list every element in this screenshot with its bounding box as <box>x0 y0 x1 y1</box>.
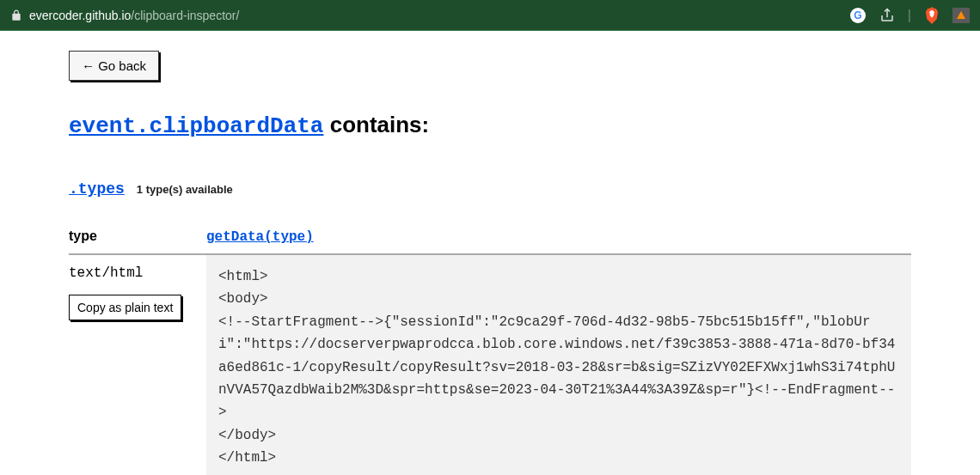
warning-triangle-icon[interactable] <box>952 7 970 24</box>
getdata-link[interactable]: getData(type) <box>206 229 314 245</box>
types-count: 1 type(s) available <box>137 183 233 196</box>
types-section: .types 1 type(s) available <box>69 180 911 198</box>
header-getdata: getData(type) <box>206 228 911 245</box>
brave-icon[interactable] <box>923 7 940 24</box>
url-text[interactable]: evercoder.github.io/clipboard-inspector/ <box>29 9 239 22</box>
google-extension-icon[interactable]: G <box>849 7 867 24</box>
page-heading: event.clipboardData contains: <box>69 112 911 139</box>
clipboard-table: type getData(type) text/html Copy as pla… <box>69 228 911 475</box>
clipboard-data-link[interactable]: event.clipboardData <box>69 113 323 139</box>
lock-icon <box>10 9 22 21</box>
table-row: text/html Copy as plain text <html> <bod… <box>69 255 911 475</box>
cell-type: text/html Copy as plain text <box>69 255 206 475</box>
share-icon[interactable] <box>879 7 896 24</box>
go-back-button[interactable]: ← Go back <box>69 51 159 81</box>
table-header-row: type getData(type) <box>69 228 911 255</box>
copy-plain-text-button[interactable]: Copy as plain text <box>69 295 181 320</box>
header-type: type <box>69 228 206 245</box>
heading-suffix: contains: <box>323 112 429 137</box>
types-link[interactable]: .types <box>69 180 125 198</box>
browser-toolbar-right: G | <box>849 7 970 24</box>
clipboard-data-content: <html> <body> <!--StartFragment-->{"sess… <box>206 255 911 475</box>
toolbar-divider: | <box>908 8 911 23</box>
type-value: text/html <box>69 265 206 281</box>
page-content: ← Go back event.clipboardData contains: … <box>0 31 980 475</box>
browser-url-bar: evercoder.github.io/clipboard-inspector/… <box>0 0 980 31</box>
